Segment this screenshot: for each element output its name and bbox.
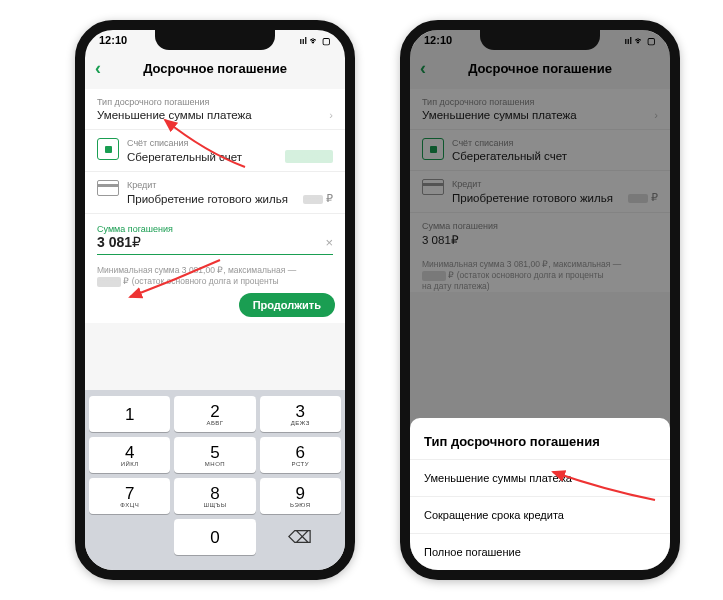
sheet-option-reduce-term[interactable]: Сокращение срока кредита (410, 496, 670, 533)
action-sheet: Тип досрочного погашения Уменьшение сумм… (410, 418, 670, 570)
amount-section: Сумма погашения 3 081₽ × (85, 214, 345, 261)
key-backspace[interactable]: ⌫ (260, 519, 341, 555)
key-7[interactable]: 7ФХЦЧ (89, 478, 170, 514)
key-0[interactable]: 0 (174, 519, 255, 555)
chevron-right-icon: › (329, 109, 333, 121)
type-label: Тип досрочного погашения (97, 97, 333, 107)
card-icon (97, 180, 119, 196)
type-value: Уменьшение суммы платежа (97, 109, 252, 121)
repayment-type-row[interactable]: Тип досрочного погашения Уменьшение сумм… (85, 89, 345, 130)
sheet-option-full-repay[interactable]: Полное погашение (410, 533, 670, 570)
account-value: Сберегательный счет (127, 151, 242, 163)
phone-left: 12:10 ıılᯤ▢ ‹ Досрочное погашение Тип до… (75, 20, 355, 580)
key-3[interactable]: 3ДЕЖЗ (260, 396, 341, 432)
key-blank (89, 519, 170, 555)
credit-balance: xxxxx ₽ (303, 192, 333, 205)
credit-row[interactable]: Кредит Приобретение готового жилья xxxxx… (85, 172, 345, 214)
page-title: Досрочное погашение (95, 61, 335, 76)
key-1[interactable]: 1 (89, 396, 170, 432)
status-time: 12:10 (99, 34, 127, 52)
notch (155, 28, 275, 50)
account-row[interactable]: Счёт списания Сберегательный счет xxxx (85, 130, 345, 172)
key-6[interactable]: 6РСТУ (260, 437, 341, 473)
continue-button[interactable]: Продолжить (239, 293, 335, 317)
amount-input[interactable]: 3 081₽ (97, 234, 141, 250)
header: ‹ Досрочное погашение (85, 52, 345, 89)
credit-label: Кредит (127, 180, 333, 190)
key-4[interactable]: 4ИЙКЛ (89, 437, 170, 473)
account-label: Счёт списания (127, 138, 333, 148)
key-9[interactable]: 9ЬЭЮЯ (260, 478, 341, 514)
amount-hint: Минимальная сумма 3 081,00 ₽, максимальн… (85, 261, 345, 287)
key-8[interactable]: 8ШЩЪЫ (174, 478, 255, 514)
phone-right: 12:10 ıılᯤ▢ ‹ Досрочное погашение Тип до… (400, 20, 680, 580)
key-5[interactable]: 5МНОП (174, 437, 255, 473)
account-icon (97, 138, 119, 160)
amount-label: Сумма погашения (97, 224, 333, 234)
account-balance-masked: xxxx (285, 150, 333, 163)
clear-icon[interactable]: × (325, 235, 333, 250)
numeric-keyboard: 1 2АБВГ 3ДЕЖЗ 4ИЙКЛ 5МНОП 6РСТУ 7ФХЦЧ 8Ш… (85, 390, 345, 570)
key-2[interactable]: 2АБВГ (174, 396, 255, 432)
credit-value: Приобретение готового жилья (127, 193, 288, 205)
status-icons: ıılᯤ▢ (296, 34, 331, 52)
notch (480, 28, 600, 50)
sheet-option-reduce-payment[interactable]: Уменьшение суммы платежа (410, 459, 670, 496)
sheet-title: Тип досрочного погашения (410, 428, 670, 459)
